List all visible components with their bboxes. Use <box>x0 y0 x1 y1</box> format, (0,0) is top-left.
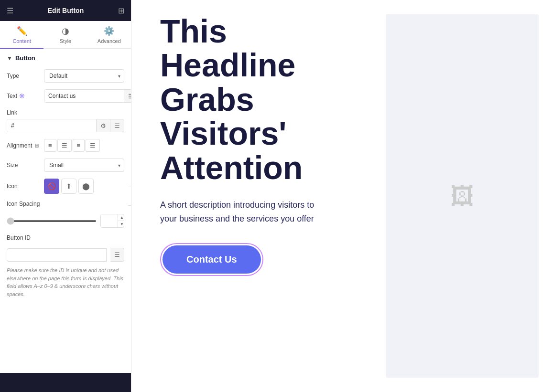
icon-spacing-slider-row: ▲ ▼ <box>7 214 124 228</box>
icon-circle-button[interactable]: ⬤ <box>78 179 94 194</box>
content-tab-label: Content <box>12 38 31 44</box>
icon-field-row: Icon 🚫 ⬆ ⬤ <box>7 179 124 194</box>
icon-none-button[interactable]: 🚫 <box>44 179 59 194</box>
section-title-text: Button <box>15 54 35 62</box>
align-left-button[interactable]: ≡ <box>44 139 56 152</box>
text-input[interactable] <box>44 90 124 102</box>
section-collapse-icon[interactable]: ▼ <box>7 55 12 62</box>
alignment-field-row: Alignment 🖥 ≡ ☰ ≡ ☰ <box>7 139 124 152</box>
headline-text: This Headline Grabs Visitors' Attention <box>160 14 357 185</box>
tab-style[interactable]: ◑ Style <box>43 21 87 49</box>
button-id-help-text: Please make sure the ID is unique and no… <box>7 266 124 298</box>
icon-spacing-label-row: Icon Spacing <box>7 201 124 207</box>
bottom-bar <box>0 373 131 392</box>
grid-icon[interactable]: ⊞ <box>118 6 124 15</box>
type-field-row: Type Default Info Success Warning Danger… <box>7 69 124 83</box>
hamburger-icon[interactable]: ☰ <box>7 6 13 15</box>
align-right-button[interactable]: ≡ <box>73 139 85 152</box>
link-options-icon[interactable]: ☰ <box>110 119 124 132</box>
size-select-wrapper: Small Medium Large Extra Large ▾ <box>44 159 124 172</box>
section-title: ▼ Button <box>7 54 124 62</box>
link-settings-icon[interactable]: ⚙ <box>96 119 110 132</box>
icon-control: 🚫 ⬆ ⬤ <box>44 179 124 194</box>
size-field-row: Size Small Medium Large Extra Large ▾ <box>7 159 124 172</box>
dynamic-tags-icon[interactable]: ❋ <box>19 92 25 100</box>
icon-label: Icon <box>7 183 40 190</box>
button-id-label-row: Button ID <box>7 234 124 241</box>
content-tab-icon: ✏️ <box>17 26 27 36</box>
preview-content: This Headline Grabs Visitors' Attention … <box>131 0 386 392</box>
slider-down-icon[interactable]: ▼ <box>118 221 124 227</box>
link-input[interactable] <box>7 119 96 132</box>
preview-area: This Headline Grabs Visitors' Attention … <box>131 0 553 392</box>
image-placeholder: 🖼 <box>386 14 539 378</box>
text-options-icon[interactable]: ☰ <box>124 90 131 102</box>
type-label: Type <box>7 73 40 79</box>
contact-button[interactable]: Contact Us <box>163 245 261 274</box>
tabs-bar: ✏️ Content ◑ Style ⚙️ Advanced <box>0 21 131 49</box>
style-tab-label: Style <box>60 38 71 44</box>
button-id-options-icon[interactable]: ☰ <box>110 248 124 262</box>
placeholder-image-icon: 🖼 <box>450 182 474 210</box>
alignment-label: Alignment 🖥 <box>7 142 40 149</box>
icon-upload-button[interactable]: ⬆ <box>61 179 76 194</box>
advanced-tab-label: Advanced <box>98 38 121 44</box>
top-bar: ☰ Edit Button ⊞ <box>0 0 131 21</box>
link-label: Link <box>7 109 124 116</box>
slider-spinners: ▲ ▼ <box>118 214 124 227</box>
description-text: A short description introducing visitors… <box>160 198 332 226</box>
size-control: Small Medium Large Extra Large ▾ <box>44 159 124 172</box>
contact-button-wrapper: Contact Us <box>160 243 263 276</box>
tab-advanced[interactable]: ⚙️ Advanced <box>87 21 131 49</box>
text-label: Text ❋ <box>7 92 40 100</box>
icon-spacing-slider[interactable] <box>7 220 97 222</box>
type-select[interactable]: Default Info Success Warning Danger <box>44 69 124 83</box>
icon-options: 🚫 ⬆ ⬤ <box>44 179 94 194</box>
panel-title: Edit Button <box>48 7 84 14</box>
button-id-input-row: ☰ <box>7 248 124 262</box>
slider-value-box: ▲ ▼ <box>100 214 124 228</box>
text-control: ☰ <box>44 89 131 103</box>
icon-spacing-label: Icon Spacing <box>7 201 40 207</box>
align-justify-button[interactable]: ☰ <box>86 139 100 152</box>
panel-collapse-button[interactable]: ‹ <box>128 187 131 206</box>
size-select[interactable]: Small Medium Large Extra Large <box>44 159 124 172</box>
slider-value-input[interactable] <box>101 214 118 227</box>
advanced-tab-icon: ⚙️ <box>104 26 114 36</box>
button-id-input[interactable] <box>7 248 107 262</box>
style-tab-icon: ◑ <box>62 26 69 36</box>
type-select-wrapper: Default Info Success Warning Danger ▾ <box>44 69 124 83</box>
alignment-control: ≡ ☰ ≡ ☰ <box>44 139 124 152</box>
align-center-button[interactable]: ☰ <box>57 139 72 152</box>
text-input-group: ☰ <box>44 89 131 103</box>
size-label: Size <box>7 162 40 169</box>
left-panel: ☰ Edit Button ⊞ ✏️ Content ◑ Style ⚙️ Ad… <box>0 0 131 392</box>
text-field-row: Text ❋ ☰ <box>7 89 124 103</box>
panel-content: ▼ Button Type Default Info Success Warni… <box>0 49 131 372</box>
tab-content[interactable]: ✏️ Content <box>0 21 43 49</box>
type-control: Default Info Success Warning Danger ▾ <box>44 69 124 83</box>
alignment-buttons: ≡ ☰ ≡ ☰ <box>44 139 100 152</box>
link-input-group: ⚙ ☰ <box>7 119 124 132</box>
button-id-label: Button ID <box>7 234 40 241</box>
alignment-monitor-icon: 🖥 <box>34 143 39 148</box>
link-field-row: Link ⚙ ☰ <box>7 109 124 132</box>
slider-up-icon[interactable]: ▲ <box>118 214 124 221</box>
